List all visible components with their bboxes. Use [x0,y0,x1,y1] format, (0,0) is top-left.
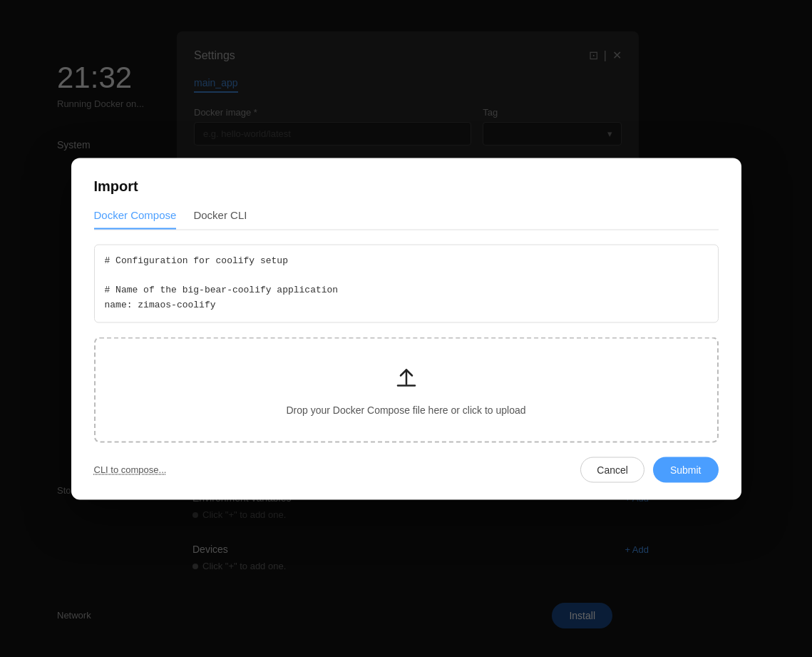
tab-docker-compose[interactable]: Docker Compose [94,208,177,229]
modal-footer: CLI to compose... Cancel Submit [94,457,719,482]
file-drop-zone[interactable]: Drop your Docker Compose file here or cl… [94,337,719,442]
submit-button[interactable]: Submit [653,457,719,482]
upload-icon [110,364,703,395]
modal-title: Import [94,178,719,194]
compose-textarea-wrapper: # Configuration for coolify setup # Name… [94,244,719,337]
cli-to-compose-link[interactable]: CLI to compose... [94,464,167,475]
modal-tabs: Docker Compose Docker CLI [94,208,719,230]
cancel-button[interactable]: Cancel [580,457,644,482]
import-modal: Import Docker Compose Docker CLI # Confi… [71,158,741,499]
compose-textarea[interactable]: # Configuration for coolify setup # Name… [94,244,719,322]
drop-text: Drop your Docker Compose file here or cl… [110,404,703,415]
tab-docker-cli[interactable]: Docker CLI [193,208,247,229]
footer-buttons: Cancel Submit [580,457,718,482]
